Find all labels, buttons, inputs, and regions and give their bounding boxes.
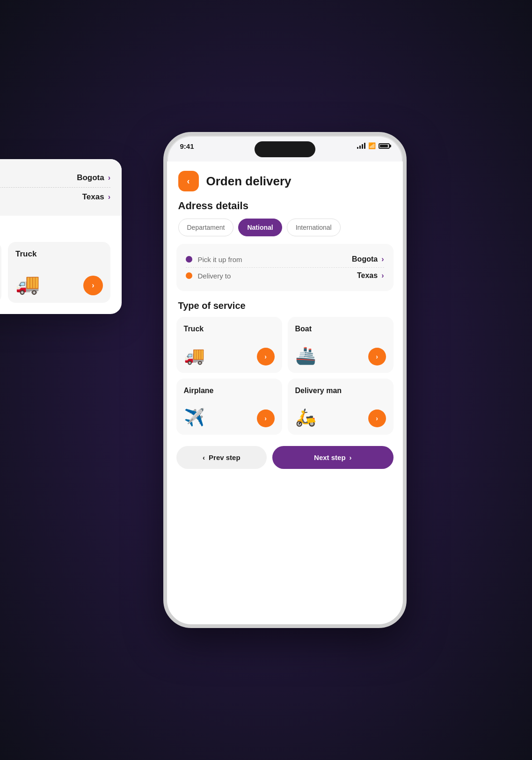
deliveryman-label: Delivery man [295,386,386,395]
status-time: 9:41 [180,142,194,150]
tab-international[interactable]: International [287,219,341,236]
popup-route-section: Pick it up from Bogota › Delivery to Tex… [0,159,122,216]
wifi-icon: 📶 [368,142,376,149]
popup-delivery-row: Delivery to Texas › [0,187,110,206]
deliveryman-arrow-icon: › [376,415,378,422]
popup-delivery-right[interactable]: Texas › [82,192,110,202]
pickup-chevron-icon: › [381,255,384,263]
address-section-title: Adress details [167,196,403,219]
popup-service-section: Type of service Deliveryman 🛵 › Truck 🚚 [0,216,122,314]
signal-icon [357,143,365,149]
airplane-arrow-icon: › [264,415,267,422]
back-button[interactable]: ‹ [178,171,199,191]
popup-truck-icon: 🚚 [15,272,40,295]
popup-delivery-city: Texas [82,192,104,202]
prev-step-button[interactable]: ‹ Prev step [176,446,267,469]
delivery-dot [186,272,192,279]
popup-service-grid: Deliveryman 🛵 › Truck 🚚 › [0,242,110,303]
delivery-city: Texas [357,271,378,280]
status-icons: 📶 [357,142,390,149]
pickup-city: Bogota [352,255,378,263]
delivery-chevron-icon: › [381,271,384,280]
popup-pickup-row: Pick it up from Bogota › [0,168,110,187]
deliveryman-icon: 🛵 [295,408,316,427]
tabs-container: Departament National International [167,219,403,244]
page-title: Orden delivery [206,174,292,189]
popup-service-card-deliveryman[interactable]: Deliveryman 🛵 › [0,242,1,303]
delivery-right[interactable]: Texas › [357,271,384,280]
boat-action-btn[interactable]: › [368,348,386,365]
next-arrow-icon: › [350,453,352,461]
phone-content: ‹ Orden delivery Adress details Departam… [167,161,403,624]
popup-pickup-chevron-icon: › [108,174,110,182]
airplane-icon: ✈️ [184,408,205,427]
service-grid: Truck 🚚 › Boat 🚢 › [167,317,403,442]
truck-icon: 🚚 [184,346,205,365]
popup-truck-label: Truck [15,249,103,259]
popup-truck-btn[interactable]: › [83,276,103,295]
popup-pickup-right[interactable]: Bogota › [77,173,110,183]
route-card: Pick it up from Bogota › Delivery to Tex… [176,244,394,291]
boat-label: Boat [295,324,386,333]
truck-action-btn[interactable]: › [257,348,275,365]
boat-icon: 🚢 [295,346,316,365]
prev-arrow-icon: ‹ [203,453,205,461]
pickup-label: Pick it up from [198,256,242,263]
truck-label: Truck [184,324,275,333]
pickup-row: Pick it up from Bogota › [186,251,384,267]
pickup-right[interactable]: Bogota › [352,255,384,263]
popup-pickup-city: Bogota [77,173,104,183]
service-card-deliveryman[interactable]: Delivery man 🛵 › [288,379,394,435]
deliveryman-action-btn[interactable]: › [368,409,386,427]
tab-departament[interactable]: Departament [178,219,234,236]
service-card-truck[interactable]: Truck 🚚 › [176,317,282,373]
popup-delivery-chevron-icon: › [108,193,110,201]
prev-label: Prev step [209,453,240,461]
next-label: Next step [314,453,346,461]
airplane-label: Airplane [184,386,275,395]
boat-arrow-icon: › [376,353,378,360]
battery-icon [379,143,390,149]
delivery-label: Delivery to [198,272,231,280]
pickup-dot [186,256,192,263]
truck-arrow-icon: › [264,353,267,360]
service-section-title: Type of service [167,299,403,317]
tab-national[interactable]: National [238,219,282,236]
next-step-button[interactable]: Next step › [272,446,393,469]
popup-service-card-truck[interactable]: Truck 🚚 › [8,242,110,303]
phone-frame: 9:41 📶 ‹ Orden delivery Adress details [163,132,407,628]
delivery-row: Delivery to Texas › [186,267,384,284]
back-arrow-icon: ‹ [187,176,190,186]
airplane-action-btn[interactable]: › [257,409,275,427]
bottom-buttons: ‹ Prev step Next step › [167,442,403,478]
popup-card: Pick it up from Bogota › Delivery to Tex… [0,159,122,314]
popup-truck-arrow: › [92,281,94,290]
header: ‹ Orden delivery [167,161,403,196]
service-card-airplane[interactable]: Airplane ✈️ › [176,379,282,435]
service-card-boat[interactable]: Boat 🚢 › [288,317,394,373]
popup-service-title: Type of service [0,223,110,235]
phone-notch [255,141,315,157]
